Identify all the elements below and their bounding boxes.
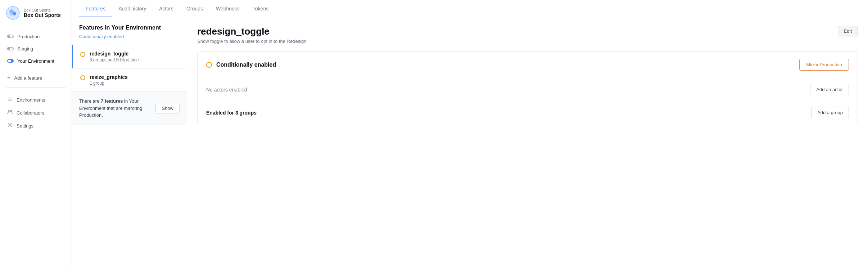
sidebar-item-settings[interactable]: Settings — [0, 119, 72, 132]
sidebar-item-staging[interactable]: Staging — [0, 43, 72, 55]
nav-label-settings: Settings — [17, 123, 33, 129]
mirror-notice-text: There are 7 features in Your Environment… — [79, 98, 151, 119]
tab-actors[interactable]: Actors — [153, 0, 180, 17]
brand-text: Box Out Sports Box Out Sports — [24, 8, 61, 18]
add-group-button[interactable]: Add a group — [811, 107, 849, 118]
main-content: Features Audit history Actors Groups Web… — [72, 0, 868, 268]
sidebar-divider — [6, 87, 66, 88]
tab-audit-history[interactable]: Audit history — [112, 0, 153, 17]
env-label-production: Production — [17, 34, 40, 39]
feature-info-1: redesign_toggle 3 groups and 50% of time — [90, 51, 139, 62]
feature-status-dot-1 — [80, 52, 85, 57]
svg-rect-6 — [8, 100, 12, 100]
feature-detail-card: Conditionally enabled Mirror Production … — [197, 51, 858, 124]
mirror-production-button[interactable]: Mirror Production — [799, 59, 849, 71]
tab-groups[interactable]: Groups — [180, 0, 209, 17]
feature-list-status: Conditionally enabled — [79, 34, 180, 39]
nav-label-collaborators: Collaborators — [17, 110, 44, 116]
status-section: Conditionally enabled Mirror Production — [198, 52, 858, 78]
svg-point-3 — [10, 13, 13, 16]
tab-bar: Features Audit history Actors Groups Web… — [72, 0, 868, 17]
feature-list-header: Features in Your Environment Conditional… — [72, 17, 187, 45]
feature-status-dot-2 — [80, 75, 85, 80]
plus-icon: + — [7, 75, 10, 81]
status-dot — [206, 62, 212, 68]
environment-section: Production Staging Your Environment — [0, 27, 72, 70]
groups-label: Enabled for 3 groups — [206, 110, 257, 116]
tab-webhooks[interactable]: Webhooks — [209, 0, 246, 17]
groups-section: Enabled for 3 groups Add a group — [198, 101, 858, 124]
svg-point-7 — [9, 110, 10, 112]
edit-button[interactable]: Edit — [838, 26, 858, 36]
feature-meta-2: 1 group — [90, 81, 128, 86]
feature-title: redesign_toggle — [197, 26, 270, 37]
feature-list-title: Features in Your Environment — [79, 24, 180, 31]
mirror-notice: There are 7 features in Your Environment… — [72, 92, 187, 125]
tab-tokens[interactable]: Tokens — [246, 0, 275, 17]
feature-list-panel: Features in Your Environment Conditional… — [72, 17, 187, 268]
add-feature-button[interactable]: + Add a feature — [0, 71, 72, 84]
svg-rect-5 — [8, 99, 12, 99]
toggle-off-icon — [7, 33, 14, 40]
people-icon — [7, 109, 13, 116]
toggle-on-icon — [7, 58, 14, 64]
nav-label-environments: Environments — [17, 97, 45, 103]
svg-rect-4 — [8, 98, 12, 98]
bottom-nav: Environments Collaborators Settings — [0, 90, 72, 135]
sidebar: Box Out Sports Box Out Sports Production… — [0, 0, 72, 268]
no-actors-text: No actors enabled — [206, 87, 247, 93]
status-label: Conditionally enabled — [216, 62, 276, 68]
brand-logo — [6, 6, 20, 20]
layers-icon — [7, 96, 13, 103]
env-label-staging: Staging — [17, 46, 33, 52]
sidebar-item-collaborators[interactable]: Collaborators — [0, 106, 72, 119]
show-mirroring-button[interactable]: Show — [155, 103, 180, 113]
feature-name-1: redesign_toggle — [90, 51, 139, 57]
feature-description: Show toggle to allow a user to opt in to… — [197, 39, 858, 44]
add-actor-button[interactable]: Add an actor — [810, 84, 849, 95]
feature-meta-1: 3 groups and 50% of time — [90, 57, 139, 62]
feature-item-redesign-toggle[interactable]: redesign_toggle 3 groups and 50% of time — [72, 45, 187, 68]
gear-icon — [7, 122, 13, 129]
feature-detail-panel: redesign_toggle Edit Show toggle to allo… — [187, 17, 868, 268]
feature-name-2: resize_graphics — [90, 74, 128, 80]
sidebar-item-environments[interactable]: Environments — [0, 93, 72, 106]
status-section-left: Conditionally enabled — [206, 62, 276, 68]
sidebar-item-your-environment[interactable]: Your Environment — [0, 55, 72, 67]
brand: Box Out Sports Box Out Sports — [0, 6, 72, 27]
add-feature-label: Add a feature — [14, 75, 42, 81]
sidebar-item-production[interactable]: Production — [0, 30, 72, 43]
toggle-off-icon-staging — [7, 45, 14, 52]
feature-info-2: resize_graphics 1 group — [90, 74, 128, 86]
env-label-your-environment: Your Environment — [17, 58, 54, 64]
feature-item-resize-graphics[interactable]: resize_graphics 1 group — [72, 68, 187, 92]
brand-subtitle: Box Out Sports — [24, 8, 61, 12]
svg-point-9 — [9, 124, 11, 126]
svg-point-2 — [13, 12, 16, 15]
svg-point-8 — [10, 110, 12, 112]
detail-header: redesign_toggle Edit — [197, 26, 858, 37]
brand-title: Box Out Sports — [24, 12, 61, 18]
tab-features[interactable]: Features — [79, 0, 112, 17]
actors-section: No actors enabled Add an actor — [198, 78, 858, 101]
content-area: Features in Your Environment Conditional… — [72, 17, 868, 268]
